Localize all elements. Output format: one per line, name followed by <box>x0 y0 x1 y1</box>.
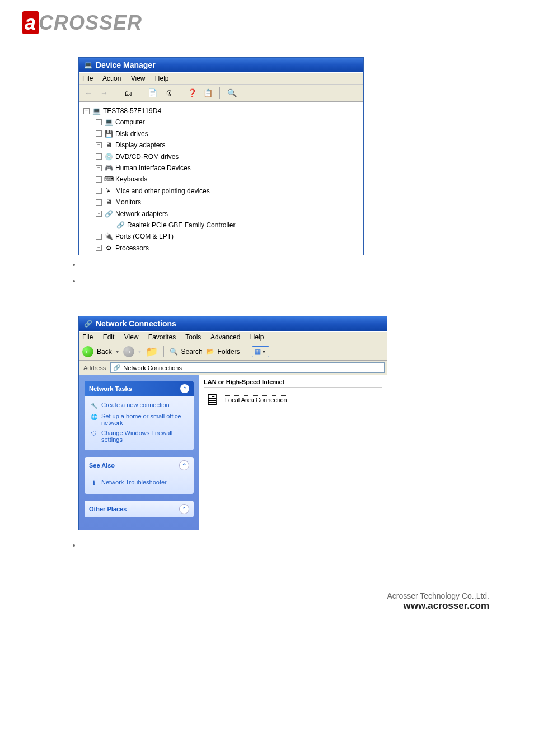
menu-help[interactable]: Help <box>155 74 169 82</box>
expander-icon[interactable]: + <box>96 130 102 137</box>
expander-icon[interactable]: + <box>96 234 102 240</box>
tree-item[interactable]: +💿DVD/CD-ROM drives <box>81 151 361 162</box>
search-icon[interactable]: 🔍 <box>170 348 178 356</box>
task-link-icon: 🛡 <box>90 430 98 437</box>
expander-icon[interactable]: + <box>96 119 102 125</box>
menu-file[interactable]: File <box>82 333 93 341</box>
lan-icon: 🖥 <box>204 392 219 408</box>
device-category-icon: 🖥 <box>104 198 113 207</box>
expander-icon[interactable]: − <box>83 108 90 114</box>
menu-help[interactable]: Help <box>250 333 264 341</box>
tree-item-label: Mice and other pointing devices <box>115 185 210 197</box>
folders-icon[interactable]: 📂 <box>206 348 214 356</box>
tree-item-label: Display adapters <box>115 139 165 151</box>
device-category-icon: 💾 <box>104 129 113 138</box>
menubar: File Edit View Favorites Tools Advanced … <box>79 331 387 343</box>
chevron-up-icon[interactable]: ⌃ <box>179 504 189 514</box>
task-link-label: Change Windows Firewall settings <box>101 430 188 443</box>
tree-item-label: Processors <box>115 242 149 254</box>
network-adapter-icon: 🔗 <box>116 221 125 230</box>
list-bullet <box>73 264 75 266</box>
menu-view[interactable]: View <box>124 333 139 341</box>
menu-edit[interactable]: Edit <box>103 333 115 341</box>
scan-icon[interactable]: 🔍 <box>226 87 238 99</box>
tree-item[interactable]: +🖱Mice and other pointing devices <box>81 185 361 197</box>
task-link-icon: 🔧 <box>90 402 98 409</box>
network-icon: 🔗 <box>83 319 92 328</box>
folders-button[interactable]: Folders <box>218 348 240 356</box>
tree-item[interactable]: +💾Disk drives <box>81 128 361 139</box>
connection-item[interactable]: 🖥 Local Area Connection <box>204 392 382 408</box>
window-title: Network Connections <box>96 319 176 328</box>
back-icon[interactable]: ← <box>82 346 93 357</box>
task-box: Other Places⌃ <box>85 501 194 517</box>
expander-icon[interactable]: + <box>96 188 102 194</box>
tree-item[interactable]: -🔗Network adapters <box>81 208 361 220</box>
tree-item[interactable]: +💻Computer <box>81 116 361 128</box>
task-link[interactable]: ℹNetwork Troubleshooter <box>90 477 188 488</box>
back-arrow-icon[interactable]: ← <box>82 87 95 99</box>
tree-item-label: Monitors <box>115 197 141 208</box>
task-header[interactable]: Network Tasks⌃ <box>85 381 194 396</box>
chevron-up-icon[interactable]: ⌃ <box>180 384 189 393</box>
task-header[interactable]: Other Places⌃ <box>85 501 194 517</box>
tree-item[interactable]: +⌨Keyboards <box>81 174 361 185</box>
search-button[interactable]: Search <box>181 348 203 356</box>
tree-item-label: Disk drives <box>115 128 148 139</box>
device-tree[interactable]: − 💻 TEST88-57F119D4 +💻Computer+💾Disk dri… <box>79 102 363 255</box>
tree-item[interactable]: +🎮Human Interface Devices <box>81 162 361 174</box>
up-folder-icon[interactable]: 📁 <box>146 346 158 358</box>
tree-root-label[interactable]: TEST88-57F119D4 <box>103 105 161 116</box>
tree-item[interactable]: +⚙Processors <box>81 242 361 254</box>
task-link[interactable]: 🔧Create a new connection <box>90 400 188 411</box>
menu-view[interactable]: View <box>131 74 146 82</box>
views-button[interactable]: ▦▼ <box>252 346 269 357</box>
menu-tools[interactable]: Tools <box>185 333 201 341</box>
task-header[interactable]: See Also⌃ <box>85 457 194 474</box>
tree-item[interactable]: +🖥Monitors <box>81 197 361 208</box>
list-icon[interactable]: 📋 <box>202 87 214 99</box>
task-link-label: Set up a home or small office network <box>101 413 188 426</box>
content-area[interactable]: LAN or High-Speed Internet 🖥 Local Area … <box>199 375 387 530</box>
menu-advanced[interactable]: Advanced <box>210 333 240 341</box>
device-category-icon: 💿 <box>104 152 113 161</box>
network-connections-window: 🔗 Network Connections File Edit View Fav… <box>78 316 387 530</box>
tree-item-label: Computer <box>115 116 145 128</box>
menu-file[interactable]: File <box>82 74 93 82</box>
print-icon[interactable]: 🖨 <box>162 87 174 99</box>
tree-child-item[interactable]: 🔗Realtek PCIe GBE Family Controller <box>81 220 361 231</box>
connection-label[interactable]: Local Area Connection <box>223 395 289 404</box>
tree-item[interactable]: +🔌Ports (COM & LPT) <box>81 231 361 242</box>
expander-icon[interactable]: + <box>96 142 102 148</box>
task-link-label: Create a new connection <box>101 402 170 408</box>
footer-company: Acrosser Technology Co.,Ltd. <box>0 591 489 600</box>
tree-item-label: Human Interface Devices <box>115 162 191 174</box>
task-header-label: Other Places <box>89 506 127 512</box>
expander-icon[interactable]: - <box>96 211 102 217</box>
expander-icon[interactable]: + <box>96 245 102 251</box>
task-link[interactable]: 🛡Change Windows Firewall settings <box>90 428 188 445</box>
forward-arrow-icon[interactable]: → <box>98 87 110 99</box>
chevron-up-icon[interactable]: ⌃ <box>179 460 189 470</box>
back-button[interactable]: Back <box>97 348 112 356</box>
help-icon[interactable]: ❓ <box>186 87 198 99</box>
expander-icon[interactable]: + <box>96 176 102 183</box>
device-category-icon: 🔌 <box>104 232 113 241</box>
expander-icon[interactable]: + <box>96 199 102 206</box>
menu-favorites[interactable]: Favorites <box>148 333 176 341</box>
tree-item[interactable]: +🖥Display adapters <box>81 139 361 151</box>
task-link[interactable]: 🌐Set up a home or small office network <box>90 411 188 428</box>
expander-icon[interactable]: + <box>96 153 102 160</box>
forward-icon[interactable]: → <box>123 346 134 357</box>
expander-icon[interactable]: + <box>96 165 102 171</box>
address-bar: Address 🔗 Network Connections <box>79 361 387 375</box>
address-input[interactable]: 🔗 Network Connections <box>110 362 385 373</box>
footer-url: www.acrosser.com <box>0 600 489 612</box>
titlebar[interactable]: 💻 Device Manager <box>79 58 363 72</box>
menu-action[interactable]: Action <box>102 74 121 82</box>
tree-icon[interactable]: 🗂 <box>122 87 134 99</box>
titlebar[interactable]: 🔗 Network Connections <box>79 316 387 331</box>
task-panel: Network Tasks⌃🔧Create a new connection🌐S… <box>79 375 199 530</box>
properties-icon[interactable]: 📄 <box>146 87 158 99</box>
tree-item-label: Keyboards <box>115 174 147 185</box>
